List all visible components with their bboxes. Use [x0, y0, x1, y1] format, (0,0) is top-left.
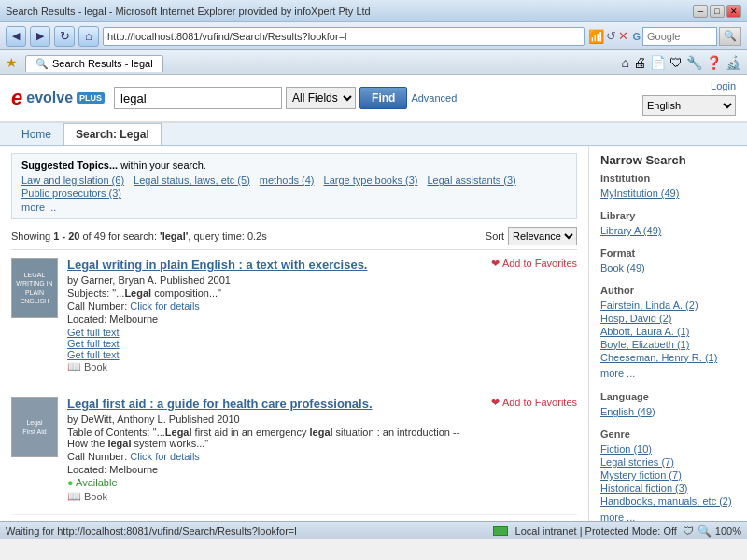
- result-author-2: by DeWitt, Anthony L. Published 2010: [67, 413, 482, 425]
- google-search-input[interactable]: [642, 27, 717, 46]
- topic-link[interactable]: Large type books (3): [324, 175, 418, 186]
- progress-bar: [493, 526, 508, 536]
- sidebar-category-format: Format: [600, 247, 736, 259]
- google-search-button[interactable]: 🔍: [719, 27, 741, 46]
- sidebar-category-institution: Institution: [600, 173, 736, 184]
- sidebar-link-author-2[interactable]: Hosp, David (2): [600, 313, 736, 324]
- genre-more-link[interactable]: more ...: [600, 511, 635, 521]
- sidebar-link-format[interactable]: Book (49): [600, 262, 736, 273]
- sidebar-link-author-3[interactable]: Abbott, Laura A. (1): [600, 326, 736, 337]
- sidebar-link-genre-historical[interactable]: Historical fiction (3): [600, 483, 736, 494]
- sidebar-link-author-1[interactable]: Fairstein, Linda A. (2): [600, 300, 736, 311]
- search-input[interactable]: [114, 87, 282, 109]
- main-content: Suggested Topics... within your search. …: [0, 146, 588, 521]
- topic-link[interactable]: Law and legislation (6): [21, 175, 124, 186]
- logo-plus: PLUS: [77, 92, 105, 104]
- sidebar-section-format: Format Book (49): [600, 247, 736, 273]
- page-wrapper: e evolve PLUS All Fields Title Author Su…: [0, 75, 747, 521]
- author-more-link[interactable]: more ...: [600, 368, 635, 379]
- navigation-bar: ◀ ▶ ↻ ⌂ 📶 ↺ ✕ G 🔍: [0, 22, 747, 50]
- topic-link[interactable]: methods (4): [260, 175, 315, 186]
- sidebar-category-genre: Genre: [600, 428, 736, 440]
- topic-link[interactable]: Legal assistants (3): [427, 175, 515, 186]
- window-controls: ─ □ ✕: [693, 5, 741, 18]
- content-area: Suggested Topics... within your search. …: [0, 146, 747, 521]
- zoom-level[interactable]: 100%: [715, 525, 741, 537]
- result-body-2: Legal first aid : a guide for health car…: [67, 397, 482, 503]
- back-button[interactable]: ◀: [6, 26, 26, 47]
- find-button[interactable]: Find: [359, 87, 407, 109]
- favorites-star-icon[interactable]: ★: [6, 55, 18, 70]
- sidebar-link-language[interactable]: English (49): [600, 406, 736, 417]
- result-fulltext-1c[interactable]: Get full text: [67, 349, 482, 360]
- refresh-icon[interactable]: ↺: [606, 29, 616, 43]
- topic-link[interactable]: Public prosecutors (3): [21, 188, 121, 199]
- sidebar-link-author-4[interactable]: Boyle, Elizabeth (1): [600, 339, 736, 350]
- forward-button[interactable]: ▶: [30, 26, 50, 47]
- zoom-icon[interactable]: 🔍: [698, 525, 712, 538]
- rss-icon[interactable]: 📶: [588, 29, 604, 44]
- login-link[interactable]: Login: [711, 80, 736, 91]
- research-icon[interactable]: 🔬: [726, 55, 741, 70]
- search-area: All Fields Title Author Subject Find Adv…: [114, 87, 633, 109]
- protected-mode-icon[interactable]: 🛡: [683, 525, 694, 538]
- logo-evolve: evolve: [26, 90, 73, 106]
- result-fulltext-1a[interactable]: Get full text: [67, 327, 482, 338]
- sidebar-link-genre-mystery[interactable]: Mystery fiction (7): [600, 469, 736, 481]
- stop-icon[interactable]: ✕: [618, 29, 628, 43]
- heart-icon-2: ❤: [491, 397, 500, 408]
- topic-link[interactable]: Legal status, laws, etc (5): [134, 175, 250, 186]
- result-body-1: Legal writing in plain English : a text …: [67, 258, 482, 373]
- tab-home[interactable]: Home: [9, 123, 63, 145]
- field-select[interactable]: All Fields Title Author Subject: [286, 87, 356, 109]
- result-item-2: LegalFirst Aid Legal first aid : a guide…: [11, 397, 577, 515]
- add-favorites-button-2[interactable]: ❤ Add to Favorites: [491, 397, 577, 409]
- advanced-link[interactable]: Advanced: [411, 92, 457, 104]
- suggested-title: Suggested Topics... within your search.: [21, 160, 567, 171]
- language-select[interactable]: English French: [642, 95, 736, 116]
- browser-title-text: Search Results - legal - Microsoft Inter…: [6, 6, 371, 17]
- sidebar-category-language: Language: [600, 391, 736, 402]
- add-favorites-button-1[interactable]: ❤ Add to Favorites: [491, 258, 577, 270]
- status-zone: Local intranet | Protected Mode: Off: [515, 525, 677, 537]
- tab-search-legal[interactable]: Search: Legal: [63, 123, 162, 145]
- close-button[interactable]: ✕: [726, 5, 741, 18]
- help-icon[interactable]: ❓: [706, 55, 722, 70]
- address-bar[interactable]: [103, 27, 585, 46]
- sidebar-link-author-5[interactable]: Cheeseman, Henry R. (1): [600, 352, 736, 363]
- sidebar-link-genre-legal-stories[interactable]: Legal stories (7): [600, 456, 736, 468]
- status-bar: Waiting for http://localhost:8081/vufind…: [0, 521, 747, 539]
- home-nav-button[interactable]: ⌂: [78, 26, 99, 47]
- toolbar-right-icons: ⌂ 🖨 📄 🛡 🔧 ❓ 🔬: [622, 55, 741, 70]
- result-thumbnail-1: LEGALWRITING INPLAINENGLISH: [11, 258, 58, 318]
- sort-select[interactable]: Relevance Date Title Author: [508, 227, 577, 245]
- result-subjects-2: Table of Contents: "...Legal first aid i…: [67, 427, 482, 449]
- suggested-more-link[interactable]: more ...: [21, 202, 56, 213]
- result-title-1[interactable]: Legal writing in plain English : a text …: [67, 258, 482, 272]
- minimize-button[interactable]: ─: [693, 5, 708, 18]
- maximize-button[interactable]: □: [710, 5, 725, 18]
- result-fulltext-1b[interactable]: Get full text: [67, 338, 482, 349]
- home-toolbar-icon[interactable]: ⌂: [622, 55, 629, 70]
- sidebar-link-institution[interactable]: MyInstitution (49): [600, 188, 736, 199]
- tools-icon[interactable]: 🔧: [686, 55, 702, 70]
- tab-label: Search Results - legal: [52, 58, 153, 69]
- refresh-button[interactable]: ↻: [54, 26, 75, 47]
- sidebar-section-institution: Institution MyInstitution (49): [600, 173, 736, 199]
- sidebar-link-genre-handbooks[interactable]: Handbooks, manuals, etc (2): [600, 496, 736, 507]
- page-icon[interactable]: 📄: [650, 55, 666, 70]
- sidebar-title: Narrow Search: [600, 153, 736, 167]
- result-callnumber-2: Call Number: Click for details: [67, 451, 482, 462]
- result-subjects-1: Subjects: "...Legal composition...": [67, 287, 482, 299]
- sidebar-link-library[interactable]: Library A (49): [600, 225, 736, 236]
- result-located-1: Located: Melbourne: [67, 314, 482, 325]
- search-engine: G 🔍: [632, 27, 741, 46]
- sidebar-link-genre-fiction[interactable]: Fiction (10): [600, 443, 736, 455]
- topic-links: Law and legislation (6) Legal status, la…: [21, 175, 567, 199]
- browser-tab[interactable]: 🔍 Search Results - legal: [25, 55, 163, 72]
- safety-icon[interactable]: 🛡: [669, 55, 683, 70]
- print-icon[interactable]: 🖨: [633, 55, 646, 70]
- available-dot: ●: [67, 477, 74, 488]
- result-type-2: 📖 Book: [67, 490, 482, 503]
- result-title-2[interactable]: Legal first aid : a guide for health car…: [67, 397, 482, 411]
